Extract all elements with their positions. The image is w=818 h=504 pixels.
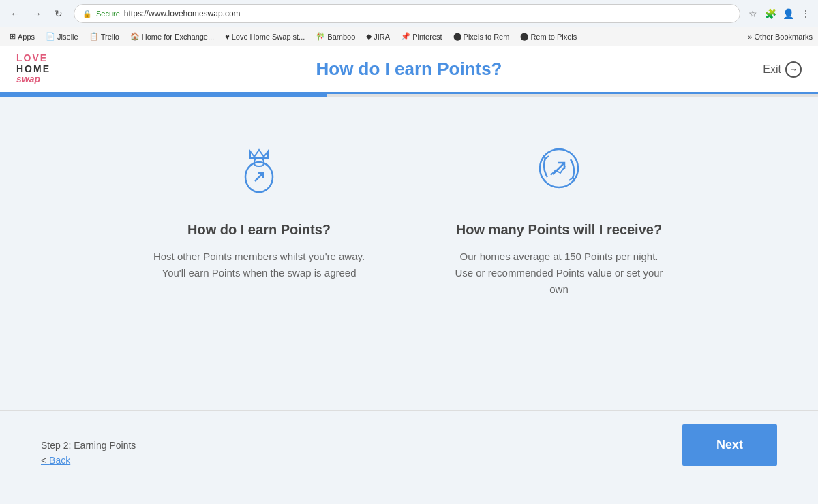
card-earn-icon bbox=[228, 138, 290, 202]
next-button[interactable]: Next bbox=[682, 424, 777, 466]
back-prefix: < bbox=[41, 455, 49, 466]
bookmark-apps-label: Apps bbox=[18, 33, 35, 41]
star-icon[interactable]: ☆ bbox=[746, 7, 759, 20]
browser-toolbar: ← → ↻ 🔒 Secure https://www.lovehomeswap.… bbox=[0, 0, 818, 27]
app-header: LOVE HOME swap How do I earn Points? Exi… bbox=[0, 46, 818, 94]
address-bar[interactable]: 🔒 Secure https://www.lovehomeswap.com bbox=[74, 4, 740, 23]
bookmark-bamboo-label: Bamboo bbox=[327, 33, 355, 41]
bookmark-rem-to-pixels[interactable]: ⬤ Rem to Pixels bbox=[516, 31, 581, 42]
exit-arrow-icon: → bbox=[785, 61, 802, 78]
card-earn-description: Host other Points members whilst you're … bbox=[150, 249, 368, 281]
page-title: How do I earn Points? bbox=[316, 59, 502, 80]
bookmark-rem-to-pixels-label: Rem to Pixels bbox=[530, 33, 577, 41]
rem-to-pixels-icon: ⬤ bbox=[520, 32, 528, 41]
secure-label: Secure bbox=[96, 10, 120, 18]
browser-actions: ☆ 🧩 👤 ⋮ bbox=[746, 7, 813, 20]
apps-icon: ⊞ bbox=[10, 32, 16, 41]
logo-love: LOVE bbox=[16, 53, 50, 63]
back-nav-button[interactable]: ← bbox=[5, 4, 25, 23]
card-receive-icon bbox=[528, 138, 590, 202]
bookmark-pixels-to-rem-label: Pixels to Rem bbox=[464, 33, 510, 41]
bookmark-jira[interactable]: ◆ JIRA bbox=[362, 31, 394, 42]
bookmark-apps[interactable]: ⊞ Apps bbox=[5, 31, 39, 42]
back-link[interactable]: < Back bbox=[41, 455, 136, 466]
menu-icon[interactable]: ⋮ bbox=[799, 7, 813, 20]
bookmark-pixels-to-rem[interactable]: ⬤ Pixels to Rem bbox=[449, 31, 514, 42]
bookmark-love-home-swap-label: Love Home Swap st... bbox=[232, 33, 305, 41]
logo: LOVE HOME swap bbox=[16, 53, 50, 84]
other-bookmarks-label: Other Bookmarks bbox=[754, 33, 813, 41]
bookmark-love-home-swap[interactable]: ♥ Love Home Swap st... bbox=[221, 31, 309, 42]
exit-button[interactable]: Exit → bbox=[763, 61, 802, 78]
main-content: How do I earn Points? Host other Points … bbox=[0, 97, 818, 410]
browser-nav-buttons: ← → ↻ bbox=[5, 4, 68, 23]
bookmark-pinterest-label: Pinterest bbox=[412, 33, 442, 41]
bookmark-jira-label: JIRA bbox=[374, 33, 390, 41]
exit-label: Exit bbox=[763, 63, 781, 76]
extensions-icon[interactable]: 🧩 bbox=[763, 7, 777, 20]
bookmark-home-exchange-label: Home for Exchange... bbox=[142, 33, 214, 41]
forward-nav-button[interactable]: → bbox=[27, 4, 46, 23]
trello-icon: 📋 bbox=[89, 32, 99, 41]
pinterest-icon: 📌 bbox=[401, 32, 410, 41]
logo-swap: swap bbox=[16, 74, 50, 84]
step-info: Step 2: Earning Points < Back bbox=[41, 440, 136, 466]
card-receive-points: How many Points will I receive? Our home… bbox=[450, 138, 668, 298]
jira-icon: ◆ bbox=[366, 32, 372, 41]
back-label[interactable]: Back bbox=[49, 455, 70, 466]
card-earn-points: How do I earn Points? Host other Points … bbox=[150, 138, 368, 281]
bookmarks-overflow[interactable]: » Other Bookmarks bbox=[748, 33, 813, 41]
jiselle-icon: 📄 bbox=[46, 32, 55, 41]
home-exchange-icon: 🏠 bbox=[130, 32, 140, 41]
bookmarks-bar: ⊞ Apps 📄 Jiselle 📋 Trello 🏠 Home for Exc… bbox=[0, 27, 818, 46]
card-receive-title: How many Points will I receive? bbox=[456, 222, 662, 238]
card-earn-title: How do I earn Points? bbox=[187, 222, 331, 238]
reload-button[interactable]: ↻ bbox=[49, 4, 68, 23]
secure-icon: 🔒 bbox=[82, 10, 92, 18]
step-label: Step 2: Earning Points bbox=[41, 440, 136, 451]
pixels-to-rem-icon: ⬤ bbox=[453, 32, 461, 41]
bamboo-icon: 🎋 bbox=[316, 32, 325, 41]
svg-line-2 bbox=[255, 173, 263, 181]
profile-icon[interactable]: 👤 bbox=[781, 7, 795, 20]
url-text: https://www.lovehomeswap.com bbox=[124, 9, 731, 18]
footer: Step 2: Earning Points < Back Next bbox=[0, 410, 818, 479]
bookmark-trello[interactable]: 📋 Trello bbox=[85, 31, 123, 42]
bookmark-home-exchange[interactable]: 🏠 Home for Exchange... bbox=[126, 31, 218, 42]
bookmark-bamboo[interactable]: 🎋 Bamboo bbox=[312, 31, 359, 42]
logo-home: HOME bbox=[16, 64, 50, 74]
browser-chrome: ← → ↻ 🔒 Secure https://www.lovehomeswap.… bbox=[0, 0, 818, 46]
card-receive-description: Our homes average at 150 Points per nigh… bbox=[450, 249, 668, 298]
bookmark-jiselle[interactable]: 📄 Jiselle bbox=[42, 31, 82, 42]
bookmark-jiselle-label: Jiselle bbox=[57, 33, 78, 41]
bookmark-pinterest[interactable]: 📌 Pinterest bbox=[397, 31, 446, 42]
bookmark-trello-label: Trello bbox=[101, 33, 119, 41]
love-home-swap-icon: ♥ bbox=[225, 33, 230, 41]
overflow-icon: » bbox=[748, 33, 752, 41]
